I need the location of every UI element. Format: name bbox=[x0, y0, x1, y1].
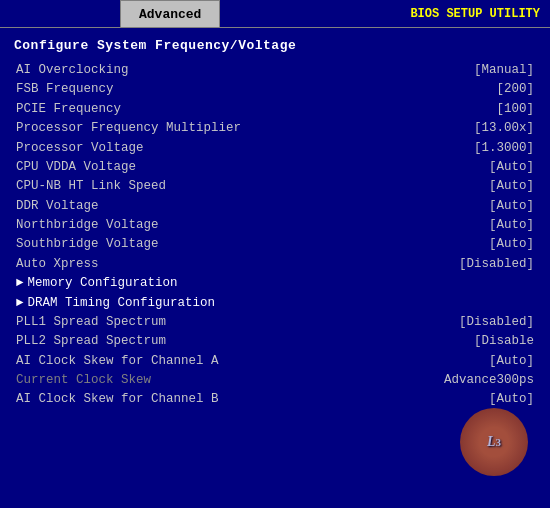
menu-value: [1.3000] bbox=[474, 139, 534, 158]
menu-row[interactable]: Current Clock SkewAdvance300ps bbox=[14, 371, 536, 390]
menu-label: Southbridge Voltage bbox=[16, 235, 159, 254]
menu-label: PLL1 Spread Spectrum bbox=[16, 313, 166, 332]
menu-value: [Auto] bbox=[489, 235, 534, 254]
menu-row[interactable]: AI Clock Skew for Channel B[Auto] bbox=[14, 390, 536, 409]
menu-row[interactable]: Southbridge Voltage[Auto] bbox=[14, 235, 536, 254]
bios-title: BIOS SETUP UTILITY bbox=[400, 0, 550, 27]
menu-row[interactable]: PLL2 Spread Spectrum[Disable bbox=[14, 332, 536, 351]
menu-row[interactable]: FSB Frequency[200] bbox=[14, 80, 536, 99]
menu-container: AI Overclocking[Manual]FSB Frequency[200… bbox=[14, 61, 536, 410]
menu-label: Processor Voltage bbox=[16, 139, 144, 158]
menu-value: [Auto] bbox=[489, 158, 534, 177]
menu-label: DDR Voltage bbox=[16, 197, 99, 216]
menu-value: [Disable bbox=[474, 332, 534, 351]
menu-label: AI Clock Skew for Channel B bbox=[16, 390, 219, 409]
menu-label: PCIE Frequency bbox=[16, 100, 121, 119]
menu-value: [Auto] bbox=[489, 216, 534, 235]
menu-label: AI Clock Skew for Channel A bbox=[16, 352, 219, 371]
menu-row[interactable]: PCIE Frequency[100] bbox=[14, 100, 536, 119]
menu-value: [200] bbox=[496, 80, 534, 99]
menu-value: [Auto] bbox=[489, 197, 534, 216]
top-bar: Advanced BIOS SETUP UTILITY bbox=[0, 0, 550, 28]
menu-label: Current Clock Skew bbox=[16, 371, 151, 390]
menu-row[interactable]: Northbridge Voltage[Auto] bbox=[14, 216, 536, 235]
main-content: Configure System Frequency/Voltage AI Ov… bbox=[0, 28, 550, 416]
watermark: L3 bbox=[460, 408, 530, 478]
bios-screen: Advanced BIOS SETUP UTILITY Configure Sy… bbox=[0, 0, 550, 508]
menu-label: ►Memory Configuration bbox=[16, 274, 178, 293]
menu-label: PLL2 Spread Spectrum bbox=[16, 332, 166, 351]
menu-label: AI Overclocking bbox=[16, 61, 129, 80]
menu-value: [Disabled] bbox=[459, 313, 534, 332]
menu-row[interactable]: ►Memory Configuration bbox=[14, 274, 536, 293]
watermark-logo: L3 bbox=[460, 408, 528, 476]
menu-row[interactable]: Auto Xpress[Disabled] bbox=[14, 255, 536, 274]
menu-label: FSB Frequency bbox=[16, 80, 114, 99]
menu-row[interactable]: Processor Voltage[1.3000] bbox=[14, 139, 536, 158]
menu-value: [Disabled] bbox=[459, 255, 534, 274]
menu-row[interactable]: CPU-NB HT Link Speed[Auto] bbox=[14, 177, 536, 196]
menu-label: ►DRAM Timing Configuration bbox=[16, 294, 215, 313]
menu-row[interactable]: AI Clock Skew for Channel A[Auto] bbox=[14, 352, 536, 371]
menu-row[interactable]: ►DRAM Timing Configuration bbox=[14, 294, 536, 313]
menu-value: [13.00x] bbox=[474, 119, 534, 138]
menu-value: Advance300ps bbox=[444, 371, 534, 390]
menu-label: CPU VDDA Voltage bbox=[16, 158, 136, 177]
menu-label: Northbridge Voltage bbox=[16, 216, 159, 235]
menu-label: Processor Frequency Multiplier bbox=[16, 119, 241, 138]
menu-row[interactable]: PLL1 Spread Spectrum[Disabled] bbox=[14, 313, 536, 332]
menu-value: [Auto] bbox=[489, 177, 534, 196]
menu-row[interactable]: DDR Voltage[Auto] bbox=[14, 197, 536, 216]
submenu-arrow: ► bbox=[16, 276, 24, 290]
submenu-arrow: ► bbox=[16, 296, 24, 310]
section-title: Configure System Frequency/Voltage bbox=[14, 38, 536, 53]
menu-row[interactable]: AI Overclocking[Manual] bbox=[14, 61, 536, 80]
menu-row[interactable]: Processor Frequency Multiplier[13.00x] bbox=[14, 119, 536, 138]
menu-value: [Manual] bbox=[474, 61, 534, 80]
tab-advanced[interactable]: Advanced bbox=[120, 0, 220, 27]
menu-value: [Auto] bbox=[489, 352, 534, 371]
menu-label: Auto Xpress bbox=[16, 255, 99, 274]
menu-value: [Auto] bbox=[489, 390, 534, 409]
menu-value: [100] bbox=[496, 100, 534, 119]
menu-row[interactable]: CPU VDDA Voltage[Auto] bbox=[14, 158, 536, 177]
menu-label: CPU-NB HT Link Speed bbox=[16, 177, 166, 196]
